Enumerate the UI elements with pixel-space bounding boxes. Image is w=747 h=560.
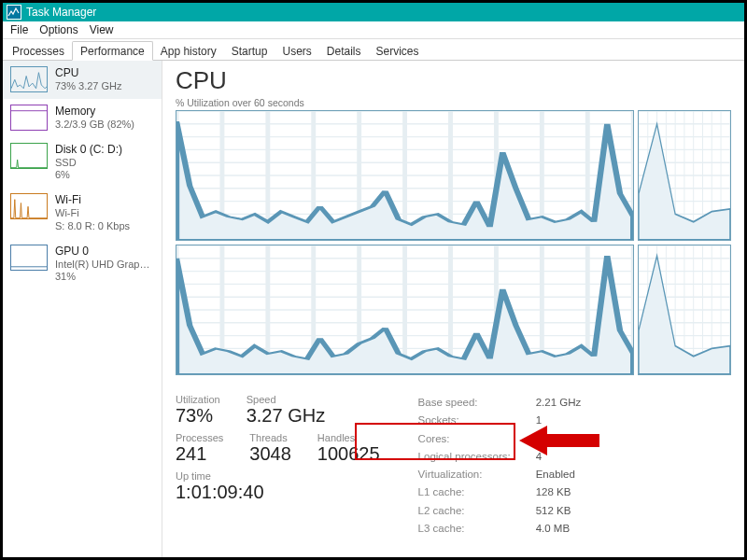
menu-file[interactable]: File [5,23,34,36]
handles-label: Handles [317,432,380,443]
threads-value: 3048 [249,443,291,465]
spec-l3-label: L3 cache: [417,520,535,538]
processes-label: Processes [176,432,223,443]
spec-logical-label: Logical processors: [417,448,535,466]
sidebar-item-sub2: 31% [55,271,154,284]
cpu-charts [176,110,731,379]
sidebar-item-cpu[interactable]: CPU 73% 3.27 GHz [3,61,162,99]
spec-sockets-label: Sockets: [417,412,535,429]
sidebar-item-gpu[interactable]: GPU 0 Intel(R) UHD Graphic… 31% [3,239,162,290]
tabs-bar: Processes Performance App history Startu… [3,39,744,61]
spec-base-speed-label: Base speed: [417,394,535,412]
window-title: Task Manager [26,6,96,19]
wifi-thumb-icon [10,193,48,219]
tab-users[interactable]: Users [275,42,318,60]
arrow-annotation [519,422,603,462]
spec-l3-value: 4.0 MB [535,520,583,538]
app-icon [7,5,21,20]
spec-virtualization-label: Virtualization: [417,466,535,483]
sidebar-item-disk[interactable]: Disk 0 (C: D:) SSD 6% [3,137,162,189]
cpu-stats: Utilization 73% Speed 3.27 GHz Processes… [176,394,731,538]
spec-base-speed-value: 2.21 GHz [535,394,583,412]
cpu-chart-3 [176,245,634,375]
sidebar-item-wifi[interactable]: Wi-Fi Wi-Fi S: 8.0 R: 0 Kbps [3,188,162,239]
sidebar-item-sub: Wi-Fi [55,207,130,220]
sidebar-item-label: Disk 0 (C: D:) [55,143,122,157]
uptime-label: Up time [176,470,380,482]
speed-value: 3.27 GHz [247,405,325,427]
spec-l1-value: 128 KB [535,483,583,501]
tab-app-history[interactable]: App history [153,42,224,60]
chart-caption: % Utilization over 60 seconds [176,97,731,108]
tab-performance[interactable]: Performance [72,41,153,61]
sidebar-item-label: GPU 0 [55,245,154,259]
tab-services[interactable]: Services [369,42,427,60]
cpu-chart-4 [638,245,731,375]
spec-virtualization-value: Enabled [535,466,583,483]
tab-processes[interactable]: Processes [5,42,72,60]
menu-view[interactable]: View [84,23,120,36]
sidebar-item-sub: Intel(R) UHD Graphic… [55,259,154,272]
cpu-thumb-icon [10,66,48,92]
sidebar-item-sub2: S: 8.0 R: 0 Kbps [55,220,130,233]
sidebar-item-memory[interactable]: Memory 3.2/3.9 GB (82%) [3,99,162,137]
title-bar: Task Manager [3,3,744,21]
main-panel: CPU % Utilization over 60 seconds Uti [162,61,744,559]
memory-thumb-icon [10,105,48,131]
processes-value: 241 [176,443,223,465]
speed-label: Speed [247,394,325,405]
sidebar-item-sub: 3.2/3.9 GB (82%) [55,119,134,132]
menu-bar: File Options View [3,21,744,39]
page-title: CPU [176,66,731,95]
sidebar-item-sub2: 6% [55,169,122,182]
tab-startup[interactable]: Startup [224,42,275,60]
spec-l2-value: 512 KB [535,502,583,520]
sidebar-item-label: Wi-Fi [55,193,130,207]
cpu-chart-1 [176,110,634,241]
sidebar-item-label: Memory [55,105,134,119]
spec-l1-label: L1 cache: [417,483,535,501]
handles-value: 100625 [317,443,380,465]
uptime-value: 1:01:09:40 [176,482,380,503]
disk-thumb-icon [10,143,48,169]
gpu-thumb-icon [10,245,48,271]
spec-l2-label: L2 cache: [417,502,535,520]
sidebar: CPU 73% 3.27 GHz Memory 3.2/3.9 GB (82%) [3,61,162,559]
cpu-spec-table: Base speed:2.21 GHz Sockets:1 Cores:2 Lo… [417,394,583,538]
tab-details[interactable]: Details [319,42,369,60]
cpu-chart-2 [638,110,731,241]
sidebar-item-sub: SSD [55,157,122,170]
utilization-value: 73% [176,405,220,427]
sidebar-item-sub: 73% 3.27 GHz [55,80,122,93]
utilization-label: Utilization [176,394,220,405]
threads-label: Threads [249,432,291,443]
spec-cores-label: Cores: [417,430,535,448]
menu-options[interactable]: Options [34,23,83,36]
sidebar-item-label: CPU [55,66,122,80]
svg-marker-92 [519,426,599,455]
